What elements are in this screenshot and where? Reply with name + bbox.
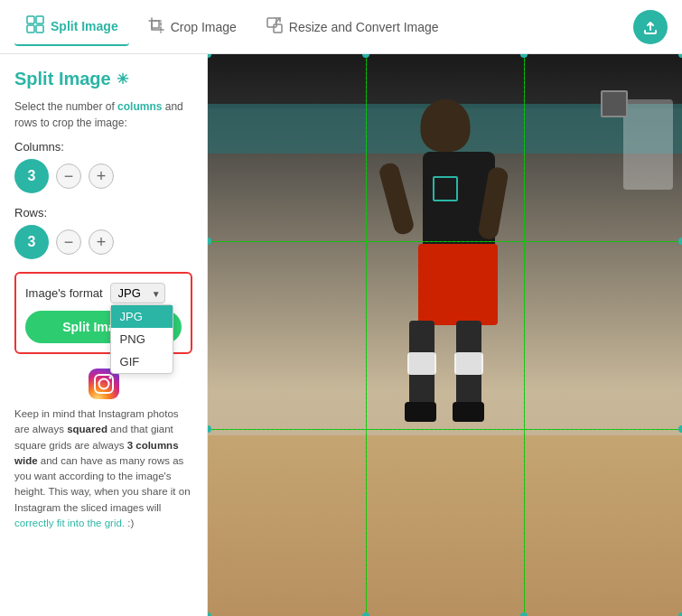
columns-label: Columns: [14,140,192,154]
tab-resize-convert[interactable]: Resize and Convert Image [255,9,450,44]
tab-crop-image[interactable]: Crop Image [136,9,248,44]
crop-icon [147,16,165,37]
format-select-wrapper: JPG PNG GIF ▼ JPG PNG GIF [110,283,165,303]
tab-split-image[interactable]: Split Image [14,7,129,46]
columns-stepper: 3 − + [14,159,192,193]
columns-value: 3 [14,159,49,193]
svg-rect-6 [274,24,282,33]
image-preview-area [208,54,682,616]
tab-crop-label: Crop Image [171,20,237,34]
format-row: Image's format JPG PNG GIF ▼ JPG PNG GIF [25,283,182,303]
instagram-note: Keep in mind that Instagram photos are a… [14,367,192,531]
split-image-icon [25,14,45,37]
format-label: Image's format [25,286,103,300]
sparkle-icon: ✳ [117,70,128,88]
tab-split-label: Split Image [51,19,118,33]
sidebar-title: Split Image ✳ [14,69,192,89]
format-section: Image's format JPG PNG GIF ▼ JPG PNG GIF [14,272,192,354]
sidebar-description: Select the number of columns and rows to… [14,98,192,131]
nav-bar: Split Image Crop Image Resize and Conver… [0,0,682,54]
instagram-description: Keep in mind that Instagram photos are a… [14,406,192,531]
option-png[interactable]: PNG [111,328,173,350]
columns-decrement-button[interactable]: − [56,163,81,189]
format-dropdown: JPG PNG GIF [110,304,173,374]
highlight-columns: columns [117,100,162,113]
preview-image [208,54,682,616]
svg-rect-4 [152,21,159,28]
upload-button[interactable] [633,10,668,44]
svg-rect-0 [27,16,34,23]
rows-stepper: 3 − + [14,225,192,259]
rows-increment-button[interactable]: + [89,229,114,255]
svg-rect-2 [27,25,34,33]
svg-rect-3 [36,25,43,33]
option-gif[interactable]: GIF [111,350,173,373]
rows-label: Rows: [14,206,192,219]
rows-value: 3 [14,225,49,259]
sidebar-title-text: Split Image [14,69,111,89]
rows-decrement-button[interactable]: − [56,229,81,255]
svg-point-10 [108,377,111,379]
resize-icon [266,16,284,37]
format-select[interactable]: JPG PNG GIF [110,283,165,303]
columns-increment-button[interactable]: + [89,163,114,189]
sidebar: Split Image ✳ Select the number of colum… [0,54,208,616]
option-jpg[interactable]: JPG [111,305,173,328]
svg-rect-1 [36,16,43,23]
main-content: Split Image ✳ Select the number of colum… [0,54,682,616]
tab-resize-label: Resize and Convert Image [289,20,439,34]
